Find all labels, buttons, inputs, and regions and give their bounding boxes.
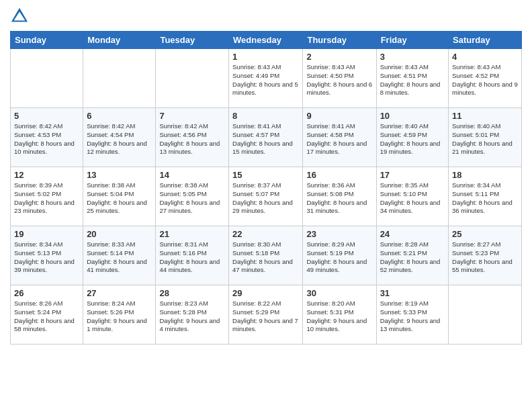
day-number: 20	[87, 229, 152, 239]
day-info: Sunrise: 8:33 AM Sunset: 5:14 PM Dayligh…	[87, 240, 152, 275]
day-number: 5	[14, 111, 79, 121]
day-info: Sunrise: 8:35 AM Sunset: 5:10 PM Dayligh…	[380, 181, 445, 216]
day-cell: 2Sunrise: 8:43 AM Sunset: 4:50 PM Daylig…	[303, 49, 376, 108]
day-header-saturday: Saturday	[449, 32, 522, 49]
day-info: Sunrise: 8:41 AM Sunset: 4:58 PM Dayligh…	[306, 122, 372, 156]
day-cell: 6Sunrise: 8:42 AM Sunset: 4:54 PM Daylig…	[83, 108, 156, 167]
day-info: Sunrise: 8:28 AM Sunset: 5:21 PM Dayligh…	[380, 240, 445, 275]
day-info: Sunrise: 8:26 AM Sunset: 5:24 PM Dayligh…	[14, 300, 79, 334]
day-cell: 27Sunrise: 8:24 AM Sunset: 5:26 PM Dayli…	[83, 285, 156, 345]
day-number: 30	[306, 288, 372, 298]
week-row-3: 12Sunrise: 8:39 AM Sunset: 5:02 PM Dayli…	[11, 167, 522, 226]
day-cell: 16Sunrise: 8:36 AM Sunset: 5:08 PM Dayli…	[303, 167, 376, 226]
day-info: Sunrise: 8:42 AM Sunset: 4:53 PM Dayligh…	[14, 122, 79, 156]
day-number: 25	[452, 229, 518, 239]
day-cell: 21Sunrise: 8:31 AM Sunset: 5:16 PM Dayli…	[156, 226, 229, 285]
day-cell: 5Sunrise: 8:42 AM Sunset: 4:53 PM Daylig…	[11, 108, 83, 167]
day-info: Sunrise: 8:38 AM Sunset: 5:04 PM Dayligh…	[87, 181, 152, 216]
day-number: 12	[14, 170, 79, 180]
day-number: 17	[380, 170, 445, 180]
day-cell: 23Sunrise: 8:29 AM Sunset: 5:19 PM Dayli…	[303, 226, 376, 285]
day-cell: 25Sunrise: 8:27 AM Sunset: 5:23 PM Dayli…	[449, 226, 522, 285]
day-cell: 12Sunrise: 8:39 AM Sunset: 5:02 PM Dayli…	[11, 167, 83, 226]
day-number: 21	[159, 229, 225, 239]
day-number: 4	[452, 52, 518, 62]
day-cell	[156, 49, 229, 108]
day-cell: 14Sunrise: 8:38 AM Sunset: 5:05 PM Dayli…	[156, 167, 229, 226]
day-cell: 31Sunrise: 8:19 AM Sunset: 5:33 PM Dayli…	[376, 285, 448, 345]
day-info: Sunrise: 8:40 AM Sunset: 5:01 PM Dayligh…	[452, 122, 518, 156]
day-number: 14	[159, 170, 225, 180]
day-info: Sunrise: 8:24 AM Sunset: 5:26 PM Dayligh…	[87, 300, 152, 334]
day-cell: 22Sunrise: 8:30 AM Sunset: 5:18 PM Dayli…	[229, 226, 303, 285]
week-row-2: 5Sunrise: 8:42 AM Sunset: 4:53 PM Daylig…	[11, 108, 522, 167]
day-info: Sunrise: 8:27 AM Sunset: 5:23 PM Dayligh…	[452, 240, 518, 275]
day-info: Sunrise: 8:20 AM Sunset: 5:31 PM Dayligh…	[306, 300, 372, 334]
day-number: 13	[87, 170, 152, 180]
day-header-thursday: Thursday	[303, 32, 376, 49]
day-number: 11	[452, 111, 518, 121]
day-info: Sunrise: 8:41 AM Sunset: 4:57 PM Dayligh…	[232, 122, 299, 156]
day-number: 16	[306, 170, 372, 180]
week-row-1: 1Sunrise: 8:43 AM Sunset: 4:49 PM Daylig…	[11, 49, 522, 108]
day-info: Sunrise: 8:29 AM Sunset: 5:19 PM Dayligh…	[306, 240, 372, 275]
day-info: Sunrise: 8:31 AM Sunset: 5:16 PM Dayligh…	[159, 240, 225, 275]
day-cell: 13Sunrise: 8:38 AM Sunset: 5:04 PM Dayli…	[83, 167, 156, 226]
day-number: 6	[87, 111, 152, 121]
day-header-sunday: Sunday	[11, 32, 83, 49]
day-cell: 11Sunrise: 8:40 AM Sunset: 5:01 PM Dayli…	[449, 108, 522, 167]
day-cell	[449, 285, 522, 345]
day-cell: 7Sunrise: 8:42 AM Sunset: 4:56 PM Daylig…	[156, 108, 229, 167]
day-number: 22	[232, 229, 299, 239]
day-info: Sunrise: 8:38 AM Sunset: 5:05 PM Dayligh…	[159, 181, 225, 216]
day-number: 18	[452, 170, 518, 180]
day-cell: 10Sunrise: 8:40 AM Sunset: 4:59 PM Dayli…	[376, 108, 448, 167]
day-number: 2	[306, 52, 372, 62]
day-info: Sunrise: 8:36 AM Sunset: 5:08 PM Dayligh…	[306, 181, 372, 216]
logo	[10, 7, 30, 26]
day-number: 23	[306, 229, 372, 239]
day-cell: 29Sunrise: 8:22 AM Sunset: 5:29 PM Dayli…	[229, 285, 303, 345]
day-number: 10	[380, 111, 445, 121]
week-row-4: 19Sunrise: 8:34 AM Sunset: 5:13 PM Dayli…	[11, 226, 522, 285]
day-info: Sunrise: 8:37 AM Sunset: 5:07 PM Dayligh…	[232, 181, 299, 216]
day-info: Sunrise: 8:30 AM Sunset: 5:18 PM Dayligh…	[232, 240, 299, 275]
day-header-tuesday: Tuesday	[156, 32, 229, 49]
day-cell	[83, 49, 156, 108]
header	[10, 7, 522, 26]
day-info: Sunrise: 8:19 AM Sunset: 5:33 PM Dayligh…	[380, 300, 445, 334]
day-header-monday: Monday	[83, 32, 156, 49]
day-number: 26	[14, 288, 79, 298]
day-info: Sunrise: 8:34 AM Sunset: 5:11 PM Dayligh…	[452, 181, 518, 216]
day-info: Sunrise: 8:23 AM Sunset: 5:28 PM Dayligh…	[159, 300, 225, 334]
day-info: Sunrise: 8:43 AM Sunset: 4:50 PM Dayligh…	[306, 63, 372, 97]
day-number: 9	[306, 111, 372, 121]
day-cell: 4Sunrise: 8:43 AM Sunset: 4:52 PM Daylig…	[449, 49, 522, 108]
day-info: Sunrise: 8:42 AM Sunset: 4:56 PM Dayligh…	[159, 122, 225, 156]
day-number: 15	[232, 170, 299, 180]
day-info: Sunrise: 8:43 AM Sunset: 4:49 PM Dayligh…	[232, 63, 299, 97]
day-number: 8	[232, 111, 299, 121]
days-header-row: SundayMondayTuesdayWednesdayThursdayFrid…	[11, 32, 522, 49]
day-cell: 26Sunrise: 8:26 AM Sunset: 5:24 PM Dayli…	[11, 285, 83, 345]
day-info: Sunrise: 8:40 AM Sunset: 4:59 PM Dayligh…	[380, 122, 445, 156]
day-header-friday: Friday	[376, 32, 448, 49]
day-cell: 15Sunrise: 8:37 AM Sunset: 5:07 PM Dayli…	[229, 167, 303, 226]
day-number: 3	[380, 52, 445, 62]
day-number: 31	[380, 288, 445, 298]
day-info: Sunrise: 8:39 AM Sunset: 5:02 PM Dayligh…	[14, 181, 79, 216]
day-cell: 8Sunrise: 8:41 AM Sunset: 4:57 PM Daylig…	[229, 108, 303, 167]
day-number: 1	[232, 52, 299, 62]
day-number: 28	[159, 288, 225, 298]
day-info: Sunrise: 8:43 AM Sunset: 4:51 PM Dayligh…	[380, 63, 445, 97]
day-cell: 1Sunrise: 8:43 AM Sunset: 4:49 PM Daylig…	[229, 49, 303, 108]
day-number: 29	[232, 288, 299, 298]
day-cell: 24Sunrise: 8:28 AM Sunset: 5:21 PM Dayli…	[376, 226, 448, 285]
day-cell: 30Sunrise: 8:20 AM Sunset: 5:31 PM Dayli…	[303, 285, 376, 345]
logo-icon	[10, 7, 29, 26]
calendar: SundayMondayTuesdayWednesdayThursdayFrid…	[10, 31, 522, 345]
day-info: Sunrise: 8:22 AM Sunset: 5:29 PM Dayligh…	[232, 300, 299, 334]
day-number: 24	[380, 229, 445, 239]
day-cell	[11, 49, 83, 108]
day-cell: 18Sunrise: 8:34 AM Sunset: 5:11 PM Dayli…	[449, 167, 522, 226]
